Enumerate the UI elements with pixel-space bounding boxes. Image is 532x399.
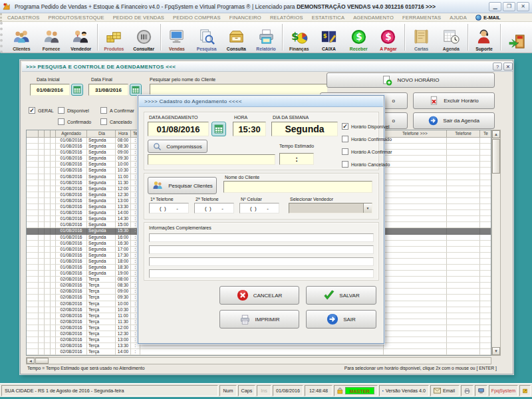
menu-relatorios[interactable]: RELATÓRIOS <box>270 15 303 21</box>
toolbar-financas[interactable]: $ Finanças <box>284 22 314 53</box>
chevron-down-icon[interactable]: ▼ <box>363 203 372 213</box>
telefone2-input[interactable] <box>194 203 234 213</box>
scroll-up-icon[interactable]: ▲ <box>492 130 500 138</box>
menu-estatistica[interactable]: ESTATISTICA <box>312 15 344 21</box>
toolbar-pesquisa[interactable]: Pesquisa <box>192 22 221 53</box>
toolbar-suporte[interactable]: Suporte <box>469 22 499 53</box>
menu-pedido-compras[interactable]: PEDIDO COMPRAS <box>173 15 221 21</box>
table-horizontal-scrollbar[interactable]: ◄ <box>26 357 491 364</box>
filter-geral-checkbox[interactable]: GERAL <box>29 107 54 114</box>
finance-icon: $ <box>290 28 308 46</box>
cell-hora: 09:30 <box>116 156 131 162</box>
window-caption[interactable]: >>> PESQUISA E CONTROLE DE AGENDAMENTOS … <box>22 62 513 72</box>
menu-ajuda[interactable]: AJUDA <box>450 15 467 21</box>
info-input-4[interactable] <box>149 269 374 278</box>
telefone1-input[interactable] <box>149 203 189 213</box>
menu-cadastros[interactable]: CADASTROS <box>7 15 39 21</box>
salvar-button[interactable]: SALVAR <box>306 286 376 305</box>
toolbar-fornece[interactable]: Fornece <box>37 22 66 53</box>
data-inicial-label: Data Inicial <box>37 77 60 82</box>
toolbar-consulta[interactable]: Consulta <box>221 22 251 53</box>
toolbar-vendedor[interactable]: Vendedor <box>66 22 96 53</box>
sair-button[interactable]: SAIR <box>306 310 376 329</box>
toolbar-label: Agenda <box>443 47 460 51</box>
menu-financeiro[interactable]: FINANCEIRO <box>229 15 261 21</box>
cell-agendado: 02/08/2016 <box>56 349 87 355</box>
info-input-3[interactable] <box>149 257 374 266</box>
filter-cancelado-checkbox[interactable]: Cancelado <box>100 118 132 125</box>
horario-confirmado-checkbox[interactable]: Horário Confirmado <box>342 136 392 142</box>
cancelar-button[interactable]: CANCELAR <box>219 286 299 305</box>
menu-agendamento[interactable]: AGENDAMENTO <box>353 15 394 21</box>
menu-ferramentas[interactable]: FERRAMENTAS <box>402 15 441 21</box>
sair-agenda-button[interactable]: Sair da Agenda <box>413 112 495 129</box>
menu-produtos-estoque[interactable]: PRODUTOS/ESTOQUE <box>48 15 104 21</box>
status-network[interactable] <box>475 385 487 396</box>
toolbar-consultar[interactable]: Consultar <box>129 22 159 53</box>
cell-agendado: 01/08/2016 <box>56 241 87 247</box>
horario-disponivel-checkbox[interactable]: Horário Disponível <box>342 123 390 130</box>
scroll-thumb[interactable] <box>492 139 500 174</box>
globe-icon <box>475 15 481 21</box>
table-row[interactable]: 02/08/2016 Terça 13:30 : <box>27 343 491 349</box>
restore-button[interactable]: ❐ <box>503 2 515 11</box>
scroll-left-icon[interactable]: ◄ <box>27 358 35 364</box>
horario-cancelado-checkbox[interactable]: Horário Cancelado <box>342 161 390 168</box>
cell-dia: Segunda <box>87 168 116 174</box>
scroll-down-icon[interactable]: ▼ <box>492 347 500 355</box>
toolbar-caixa[interactable]: $ CAIXA <box>314 22 344 53</box>
data-inicial-input[interactable] <box>30 84 70 96</box>
toolbar-relatorio[interactable]: Relatório <box>251 22 281 53</box>
table-vertical-scrollbar[interactable]: ▲ ▼ <box>491 130 501 356</box>
data-agendamento-field[interactable]: 01/08/2016 <box>148 122 209 136</box>
filter-a-confirmar-checkbox[interactable]: A Confirmar <box>100 107 134 114</box>
partial-label: o <box>392 118 395 124</box>
celular-input[interactable] <box>239 203 279 213</box>
filter-confirmado-checkbox[interactable]: Confirmado <box>58 118 91 125</box>
data-final-input[interactable] <box>88 84 128 96</box>
toolbar-exit[interactable] <box>502 22 532 53</box>
toolbar-produtos[interactable]: Produtos <box>99 22 129 53</box>
imprimir-button[interactable]: IMPRIMIR <box>219 310 299 329</box>
menu-email[interactable]: E-MAIL <box>475 15 501 21</box>
hora-field[interactable]: 15:30 <box>233 122 266 136</box>
toolbar-clientes[interactable]: Clientes <box>7 22 37 53</box>
cell-dia: Segunda <box>87 265 116 271</box>
toolbar-cartas[interactable]: Cartas <box>406 22 436 53</box>
excluir-horario-button[interactable]: Excluir Horário <box>413 92 495 109</box>
scroll-thumb[interactable] <box>35 358 49 364</box>
toolbar-apagar[interactable]: $ A Pagar <box>374 22 404 53</box>
cell-agendado: 01/08/2016 <box>56 186 87 192</box>
status-email[interactable]: Email <box>430 385 460 396</box>
table-row[interactable]: 02/08/2016 Terça 14:00 : <box>27 349 491 355</box>
window-close-button[interactable]: ✕ <box>503 63 513 70</box>
info-input-2[interactable] <box>149 245 374 254</box>
compromissos-input[interactable] <box>148 154 275 165</box>
toolbar-label: Vendedor <box>70 47 91 51</box>
data-final-calendar-button[interactable] <box>130 84 142 96</box>
cell-tempo: : <box>131 343 140 349</box>
nome-cliente-input[interactable] <box>223 181 372 193</box>
vendedor-select[interactable]: ▼ <box>289 203 372 213</box>
filter-disponivel-checkbox[interactable]: Disponível <box>58 107 89 114</box>
salvar-label: SALVAR <box>339 293 359 299</box>
novo-horario-button[interactable]: NOVO HORÁRIO <box>327 72 495 88</box>
compromissos-button[interactable]: Compromissos <box>148 140 207 153</box>
toolbar-label: Clientes <box>13 47 30 51</box>
toolbar-vendas[interactable]: Vendas <box>162 22 192 53</box>
toolbar-agenda[interactable]: Agenda <box>436 22 466 53</box>
close-app-button[interactable]: ✕ <box>517 2 529 11</box>
tempo-estimado-field[interactable]: : <box>279 153 314 165</box>
dialog-calendar-button[interactable] <box>211 122 226 136</box>
status-printer[interactable] <box>461 385 473 396</box>
menu-pedido-vendas[interactable]: PEDIDO DE VENDAS <box>113 15 164 21</box>
minimize-button[interactable]: ▁ <box>489 2 501 11</box>
horario-a-confirmar-checkbox[interactable]: Horário A Confirmar <box>342 148 392 155</box>
window-help-button[interactable]: ? <box>493 63 502 70</box>
dialog-caption[interactable]: >>>> Cadastro do Agendamento <<<< <box>139 96 383 107</box>
info-input-1[interactable] <box>149 233 374 242</box>
data-inicial-calendar-button[interactable] <box>71 84 83 96</box>
col-agendado: Agendado <box>56 130 87 138</box>
pesquisar-clientes-button[interactable]: Pesquisar Clientes <box>148 177 217 194</box>
toolbar-receber[interactable]: $ Receber <box>344 22 374 53</box>
